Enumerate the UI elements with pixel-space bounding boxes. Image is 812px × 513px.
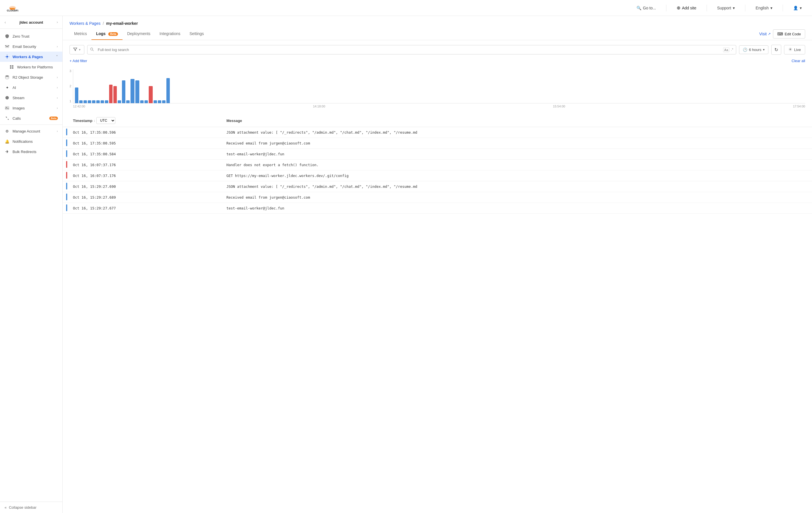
table-row[interactable]: Oct 16, 16:07:37.176 Handler does not ex… [63,160,812,170]
table-row[interactable]: Oct 16, 16:07:37.176 GET https://my-emai… [63,170,812,181]
sidebar: ‹ jldec account › Zero Trust Email Secur… [0,16,63,513]
filter-icon [73,47,77,52]
y-label-3: 3 [69,69,71,73]
sidebar-item-workers-platforms[interactable]: Workers for Platforms [0,62,62,72]
sidebar-item-manage-account[interactable]: ⚙ Manage Account › [0,126,62,136]
language-button[interactable]: English ▾ [752,4,776,12]
stream-icon [5,95,10,100]
sort-icon[interactable]: ↓ [93,119,95,122]
visit-link[interactable]: Visit ↗ [759,32,771,36]
tab-metrics[interactable]: Metrics [69,28,91,40]
sidebar-nav: Zero Trust Email Security › Workers & Pa… [0,29,62,502]
sidebar-item-calls[interactable]: Calls Beta [0,113,62,123]
add-site-button[interactable]: ⊕ Add site [673,3,700,12]
tab-logs-label: Logs [96,31,106,36]
code-icon: ⌨ [777,32,783,36]
main-content: Workers & Pages / my-email-worker Metric… [63,16,812,513]
chart-bar [113,86,117,103]
collapse-sidebar-button[interactable]: « Collapse sidebar [0,502,62,513]
clear-all-button[interactable]: Clear all [791,59,805,63]
y-label-2: 2 [69,84,71,88]
sidebar-item-notifications[interactable]: 🔔 Notifications [0,136,62,146]
svg-point-7 [5,76,9,77]
external-link-icon: ↗ [768,32,771,36]
sidebar-item-email-security[interactable]: Email Security › [0,41,62,52]
sidebar-email-security-label: Email Security [12,45,54,49]
message-cell: test-email-worker@jldec.fun [222,149,812,160]
svg-rect-1 [5,45,9,48]
goto-button[interactable]: 🔍 Go to... [633,4,660,12]
mail-icon [5,44,10,49]
app-layout: ‹ jldec account › Zero Trust Email Secur… [0,16,812,513]
chevron-down-icon-lang: ▾ [771,6,773,10]
images-icon [5,106,10,111]
edit-code-button[interactable]: ⌨ Edit Code [773,29,805,38]
search-wrapper: Aa .* [87,45,736,54]
table-row[interactable]: Oct 16, 17:35:00.584 test-email-worker@j… [63,149,812,160]
table-row[interactable]: Oct 16, 15:29:27.689 Received email from… [63,192,812,203]
indicator-cell [63,170,68,181]
chart-bar [88,100,91,103]
breadcrumb-current: my-email-worker [106,21,138,26]
time-range-button[interactable]: 🕐 6 hours ▾ [739,45,768,54]
chevron-right-icon-images: › [57,106,58,110]
goto-label: Go to... [643,6,656,10]
nav-divider-4 [783,5,783,11]
breadcrumb-parent-link[interactable]: Workers & Pages [69,21,100,26]
search-right-icons: Aa .* [723,48,733,52]
table-row[interactable]: Oct 16, 15:29:27.677 test-email-worker@j… [63,203,812,214]
add-filter-button[interactable]: + Add filter [69,59,87,63]
search-input[interactable] [87,45,736,54]
language-label: English [756,6,769,10]
sidebar-item-ai[interactable]: ✦ AI › [0,82,62,93]
tab-integrations[interactable]: Integrations [155,28,185,40]
nav-divider-3 [745,5,745,11]
sidebar-account[interactable]: ‹ jldec account › [0,16,62,29]
timestamp-cell: Oct 16, 15:29:27.677 [68,203,222,214]
sidebar-item-images[interactable]: Images › [0,103,62,113]
sidebar-item-zero-trust[interactable]: Zero Trust [0,31,62,41]
sidebar-stream-label: Stream [12,96,54,100]
chevron-down-icon-time: ▾ [763,48,765,52]
chevron-down-icon-workers: ˅ [56,55,58,59]
sidebar-item-stream[interactable]: Stream › [0,93,62,103]
svg-point-11 [789,49,791,50]
table-row[interactable]: Oct 16, 17:35:00.595 Received email from… [63,138,812,149]
chart-bar [166,78,170,103]
chart-bar [96,100,100,103]
sidebar-item-r2[interactable]: R2 Object Storage › [0,72,62,82]
tab-metrics-label: Metrics [74,31,87,36]
refresh-button[interactable]: ↻ [771,45,781,55]
sidebar-ai-label: AI [12,86,54,90]
sidebar-bulk-redirects-label: Bulk Redirects [12,150,58,154]
table-row[interactable]: Oct 16, 17:35:00.596 JSON attachment val… [63,127,812,138]
chevron-right-icon-manage: › [57,130,58,133]
sidebar-calls-label: Calls [12,116,45,120]
collapse-sidebar-label: Collapse sidebar [9,505,36,510]
sidebar-item-bulk-redirects[interactable]: Bulk Redirects [0,146,62,157]
sidebar-item-workers-pages[interactable]: Workers & Pages ˅ [0,52,62,62]
chart-bar [140,100,144,103]
sidebar-workers-pages-label: Workers & Pages [12,55,53,59]
table-row[interactable]: Oct 16, 15:29:27.690 JSON attachment val… [63,181,812,192]
timezone-select[interactable]: UTC Local [96,117,115,124]
search-icon-wrap [90,47,94,52]
match-case-icon[interactable]: Aa [723,48,729,52]
filter-button[interactable]: ▾ [69,45,84,54]
timestamp-cell: Oct 16, 16:07:37.176 [68,170,222,181]
regex-icon[interactable]: .* [731,48,733,52]
bell-icon: 🔔 [5,139,10,144]
tab-deployments[interactable]: Deployments [122,28,155,40]
tab-logs[interactable]: Logs Beta [91,28,122,40]
svg-point-10 [91,48,93,50]
chart-bar [135,80,139,103]
account-button[interactable]: 👤 ▾ [790,4,805,12]
live-button[interactable]: Live [784,45,805,54]
chart-bar [122,80,125,103]
support-button[interactable]: Support ▾ [714,4,738,12]
toolbar: ▾ Aa .* 🕐 6 hours ▾ [63,40,812,58]
svg-rect-5 [10,67,11,69]
logo[interactable]: CLOUDFLARE [7,4,18,12]
tab-settings[interactable]: Settings [185,28,208,40]
account-name: jldec account [19,20,43,25]
